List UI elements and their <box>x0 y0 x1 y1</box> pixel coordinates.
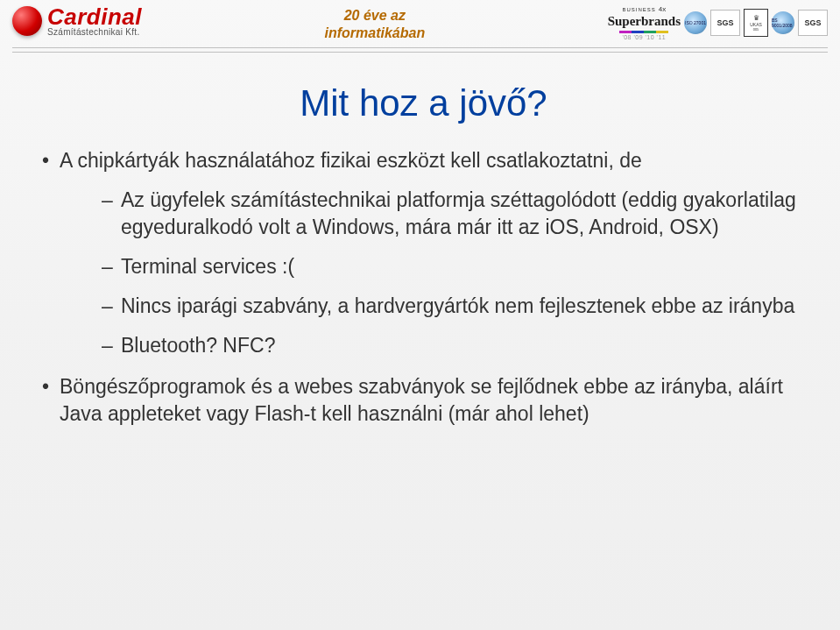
logo-subtitle: Számítástechnikai Kft. <box>47 28 142 37</box>
bullet-text: Böngészőprogramok és a webes szabványok … <box>60 375 783 425</box>
bullet-text: A chipkártyák használatához fizikai eszk… <box>60 149 642 172</box>
bullet-item: Böngészőprogramok és a webes szabványok … <box>42 373 805 428</box>
certification-badges: BUSINESS 4x Superbrands '08 '09 '10 '11 … <box>608 5 828 40</box>
superbrands-top: BUSINESS <box>622 7 655 12</box>
ukas-box-icon: UKAS 005 <box>744 9 768 37</box>
bs-badge: BS 9001/2008 <box>772 5 794 40</box>
iso-badge: ISO 27001 <box>684 5 707 40</box>
sub-bullet-item: Bluetooth? NFC? <box>102 332 805 359</box>
crown-icon <box>753 14 759 22</box>
superbrands-years: '08 '09 '10 '11 <box>622 34 666 40</box>
iso-circle-icon: ISO 27001 <box>684 11 707 34</box>
superbrands-prefix: 4x <box>659 5 666 13</box>
logo-text: Cardinal Számítástechnikai Kft. <box>47 5 142 37</box>
superbrands-main: Superbrands <box>608 14 681 29</box>
sub-bullet-item: Nincs iparági szabvány, a hardvergyártók… <box>102 293 805 320</box>
tagline-line2: informatikában <box>324 25 425 42</box>
logo-sphere-icon <box>12 6 42 36</box>
bs-circle-icon: BS 9001/2008 <box>772 11 794 34</box>
sgs-badge-2: SGS <box>798 5 828 40</box>
bullet-list: A chipkártyák használatához fizikai eszk… <box>42 147 805 428</box>
slide-title: Mit hoz a jövő? <box>42 82 805 124</box>
sub-bullet-item: Terminal services :( <box>102 253 805 280</box>
tagline-line1: 20 éve az <box>324 7 425 25</box>
superbrands-badge: BUSINESS 4x Superbrands '08 '09 '10 '11 <box>608 5 681 40</box>
header-tagline: 20 éve az informatikában <box>324 7 425 42</box>
sub-bullet-item: Az ügyfelek számítástechnikai platformja… <box>102 187 805 241</box>
sgs-badge-1: SGS <box>710 5 740 40</box>
sub-bullet-list: Az ügyfelek számítástechnikai platformja… <box>102 187 805 359</box>
ukas-badge: UKAS 005 <box>744 5 768 40</box>
sgs-box-icon-2: SGS <box>798 10 828 36</box>
slide-body: Mit hoz a jövő? A chipkártyák használatá… <box>0 53 840 428</box>
slide-header: Cardinal Számítástechnikai Kft. 20 éve a… <box>0 0 840 47</box>
sgs-box-icon: SGS <box>710 10 740 36</box>
brand-logo: Cardinal Számítástechnikai Kft. <box>12 5 142 37</box>
bullet-item: A chipkártyák használatához fizikai eszk… <box>42 147 805 359</box>
logo-name: Cardinal <box>47 5 142 28</box>
superbrands-color-bar <box>619 31 668 33</box>
